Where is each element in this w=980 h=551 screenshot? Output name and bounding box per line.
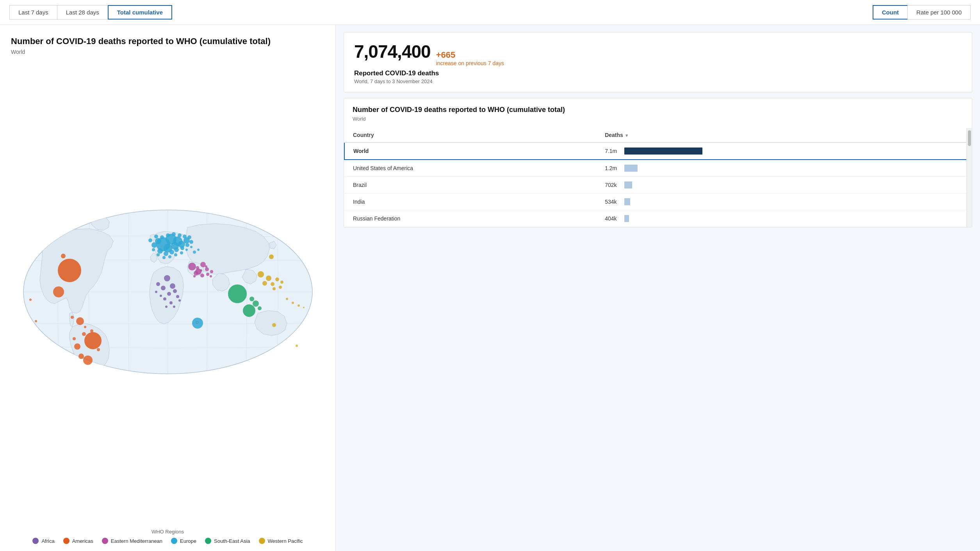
americas-dot [63, 538, 69, 544]
svg-point-46 [174, 253, 177, 256]
svg-point-88 [280, 281, 283, 284]
svg-point-76 [163, 297, 166, 300]
svg-point-64 [210, 270, 213, 273]
svg-point-33 [189, 240, 193, 244]
svg-point-61 [200, 274, 204, 277]
right-panel: 7,074,400 +665 increase on previous 7 da… [336, 25, 980, 551]
legend-title: WHO Regions [11, 529, 324, 535]
table-card: Number of COVID-19 deaths reported to WH… [344, 98, 972, 228]
scrollbar[interactable] [966, 128, 972, 227]
sea-dot [205, 538, 211, 544]
legend-europe: Europe [171, 538, 196, 544]
deaths-cell: 7.1m [596, 142, 971, 160]
time-tabs: Last 7 days Last 28 days Total cumulativ… [9, 5, 172, 20]
svg-point-60 [205, 267, 209, 271]
africa-dot [32, 538, 39, 544]
svg-point-28 [164, 251, 168, 256]
svg-point-101 [197, 249, 200, 251]
svg-point-58 [200, 262, 206, 267]
legend-items: Africa Americas Eastern Mediterranean Eu… [11, 538, 324, 544]
svg-point-87 [275, 277, 279, 281]
svg-point-31 [180, 246, 184, 250]
svg-point-36 [160, 235, 164, 239]
stat-label: Reported COVID-19 deaths [354, 69, 962, 77]
svg-point-12 [82, 332, 86, 336]
svg-point-6 [76, 317, 84, 325]
svg-point-71 [161, 286, 166, 290]
table-row: World7.1m [344, 142, 971, 160]
table-row: Brazil702k [344, 177, 971, 194]
svg-point-27 [157, 248, 163, 254]
western-pacific-dot [259, 538, 265, 544]
svg-point-54 [249, 297, 254, 301]
svg-point-53 [253, 300, 259, 307]
svg-point-8 [83, 355, 93, 365]
svg-point-42 [152, 248, 155, 251]
africa-label: Africa [41, 538, 54, 544]
stat-desc: World, 7 days to 3 November 2024 [354, 78, 962, 84]
stat-number: 7,074,400 [354, 41, 431, 62]
svg-point-30 [174, 247, 179, 252]
americas-label: Americas [72, 538, 93, 544]
svg-point-34 [148, 238, 152, 242]
country-cell: India [344, 194, 596, 210]
top-bar: Last 7 days Last 28 days Total cumulativ… [0, 0, 980, 25]
legend-area: WHO Regions Africa Americas Eastern Medi… [11, 529, 324, 544]
world-map [12, 202, 324, 383]
table-row: India534k [344, 194, 971, 210]
view-tabs: Count Rate per 100 000 [873, 5, 971, 20]
stat-delta: +665 [436, 50, 456, 60]
chart-region: World [11, 49, 324, 55]
tab-cumulative[interactable]: Total cumulative [108, 5, 172, 20]
svg-point-56 [188, 263, 196, 270]
svg-point-7 [53, 286, 64, 297]
table-card-title: Number of COVID-19 deaths reported to WH… [353, 105, 963, 114]
svg-point-40 [183, 235, 187, 238]
tab-rate[interactable]: Rate per 100 000 [907, 5, 971, 20]
europe-label: Europe [180, 538, 196, 544]
svg-point-35 [154, 235, 158, 238]
svg-point-37 [166, 233, 170, 237]
tab-last28[interactable]: Last 28 days [57, 5, 108, 20]
europe-dot [171, 538, 177, 544]
svg-point-69 [164, 275, 170, 281]
svg-point-85 [262, 281, 267, 286]
svg-point-17 [84, 326, 86, 328]
stat-delta-label: increase on previous 7 days [436, 60, 504, 66]
svg-point-5 [84, 332, 102, 349]
svg-point-97 [303, 307, 305, 308]
legend-sea: South-East Asia [205, 538, 250, 544]
col-country: Country [344, 128, 596, 142]
svg-point-11 [61, 254, 66, 258]
deaths-cell: 404k [596, 210, 971, 227]
legend-americas: Americas [63, 538, 93, 544]
svg-point-72 [167, 292, 171, 296]
tab-count[interactable]: Count [873, 5, 907, 20]
left-panel: Number of COVID-19 deaths reported to WH… [0, 25, 336, 551]
chart-title: Number of COVID-19 deaths reported to WH… [11, 36, 324, 47]
svg-point-90 [279, 286, 282, 289]
deaths-cell: 534k [596, 194, 971, 210]
svg-point-4 [58, 259, 81, 282]
svg-point-91 [269, 254, 274, 259]
col-deaths[interactable]: Deaths ▼ [596, 128, 971, 142]
table-row: United States of America1.2m [344, 160, 971, 177]
scrollbar-thumb[interactable] [968, 130, 971, 146]
country-cell: World [344, 142, 596, 160]
svg-point-66 [200, 269, 202, 272]
tab-last7[interactable]: Last 7 days [9, 5, 57, 20]
svg-point-84 [266, 276, 271, 281]
svg-point-32 [185, 243, 189, 247]
western-pacific-label: Western Pacific [268, 538, 303, 544]
country-cell: Russian Federation [344, 210, 596, 227]
deaths-cell: 702k [596, 177, 971, 194]
svg-point-55 [258, 306, 262, 310]
svg-point-29 [169, 250, 174, 254]
svg-point-70 [170, 283, 175, 289]
svg-point-75 [176, 295, 179, 298]
legend-western-pacific: Western Pacific [259, 538, 303, 544]
svg-point-79 [173, 306, 175, 308]
svg-point-14 [71, 316, 74, 319]
svg-point-93 [296, 345, 298, 347]
stat-delta-group: +665 increase on previous 7 days [436, 50, 504, 66]
